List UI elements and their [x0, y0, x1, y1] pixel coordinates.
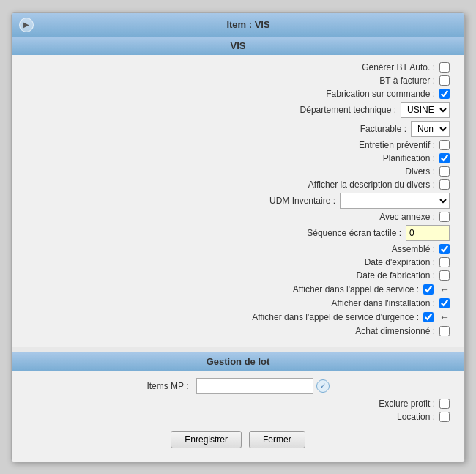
planification-checkbox[interactable] — [439, 153, 450, 163]
fabrication-checkbox[interactable] — [439, 89, 450, 99]
entretien-label: Entretien préventif : — [359, 140, 435, 150]
items-mp-validate-icon[interactable]: ✓ — [316, 379, 330, 393]
arrow-appel-urgence: ← — [439, 311, 450, 323]
gestion-lot-header: Gestion de lot — [12, 352, 464, 371]
items-mp-row: Items MP : ✓ — [26, 378, 450, 394]
afficher-appel-service-control: ← — [423, 284, 450, 295]
divers-label: Divers : — [405, 166, 435, 177]
sequence-ecran-row: Séquence écran tactile : — [26, 225, 450, 241]
divers-row: Divers : — [26, 166, 450, 177]
departement-label: Département technique : — [300, 105, 396, 115]
assemble-label: Assemblé : — [392, 244, 435, 254]
udm-inventaire-label: UDM Inventaire : — [269, 196, 335, 206]
afficher-appel-urgence-label: Afficher dans l'appel de service d'urgen… — [252, 312, 419, 322]
afficher-installation-row: Afficher dans l'installation : — [26, 298, 450, 308]
location-checkbox[interactable] — [439, 412, 450, 422]
enregistrer-button[interactable]: Enregistrer — [171, 431, 242, 448]
generer-bt-auto-checkbox[interactable] — [439, 62, 450, 73]
afficher-installation-checkbox[interactable] — [439, 298, 450, 308]
date-fabrication-row: Date de fabrication : — [26, 270, 450, 281]
divers-control — [439, 166, 450, 177]
achat-dimensionne-label: Achat dimensionné : — [355, 326, 435, 336]
button-row: Enregistrer Fermer — [26, 431, 450, 454]
afficher-appel-urgence-row: Afficher dans l'appel de service d'urgen… — [26, 311, 450, 323]
udm-inventaire-select[interactable] — [340, 193, 450, 209]
afficher-appel-service-label: Afficher dans l'appel de service : — [293, 284, 419, 295]
exclure-profit-row: Exclure profit : — [26, 399, 450, 409]
assemble-row: Assemblé : — [26, 244, 450, 254]
main-window: ▶ Item : VIS VIS Générer BT Auto. : BT à… — [11, 12, 465, 462]
afficher-appel-urgence-control: ← — [423, 311, 450, 323]
fabrication-row: Fabrication sur commande : — [26, 89, 450, 99]
date-fabrication-checkbox[interactable] — [439, 270, 450, 281]
avec-annexe-label: Avec annexe : — [379, 212, 435, 222]
departement-select[interactable]: USINE — [401, 102, 450, 118]
exclure-profit-control — [439, 399, 450, 409]
date-expiration-row: Date d'expiration : — [26, 257, 450, 267]
location-row: Location : — [26, 412, 450, 422]
planification-row: Planification : — [26, 153, 450, 163]
departement-control: USINE — [401, 102, 450, 118]
entretien-control — [439, 140, 450, 150]
departement-row: Département technique : USINE — [26, 102, 450, 118]
sequence-ecran-input[interactable] — [406, 225, 450, 241]
window-title: Item : VIS — [40, 19, 457, 30]
achat-dimensionne-row: Achat dimensionné : — [26, 326, 450, 336]
generer-bt-auto-row: Générer BT Auto. : — [26, 62, 450, 73]
date-expiration-control — [439, 257, 450, 267]
title-bar: ▶ Item : VIS — [12, 13, 464, 37]
arrow-appel-service: ← — [439, 284, 450, 295]
facturable-control: Non Oui — [411, 121, 450, 137]
fabrication-control — [439, 89, 450, 99]
date-fabrication-control — [439, 270, 450, 281]
bt-facturer-label: BT à facturer : — [379, 75, 435, 86]
exclure-profit-checkbox[interactable] — [439, 399, 450, 409]
sequence-ecran-control — [406, 225, 450, 241]
assemble-checkbox[interactable] — [439, 244, 450, 254]
fermer-button[interactable]: Fermer — [249, 431, 305, 448]
entretien-checkbox[interactable] — [439, 140, 450, 150]
bottom-section: Items MP : ✓ Exclure profit : Location :… — [12, 371, 464, 462]
bt-facturer-checkbox[interactable] — [439, 75, 450, 86]
items-mp-label: Items MP : — [146, 381, 188, 391]
avec-annexe-control — [439, 212, 450, 222]
date-expiration-label: Date d'expiration : — [365, 257, 435, 267]
udm-inventaire-control — [340, 193, 450, 209]
items-mp-input[interactable] — [196, 378, 313, 394]
bt-facturer-row: BT à facturer : — [26, 75, 450, 86]
main-form: Générer BT Auto. : BT à facturer : Fabri… — [12, 55, 464, 347]
afficher-installation-label: Afficher dans l'installation : — [332, 298, 435, 308]
window-icon[interactable]: ▶ — [19, 18, 34, 32]
achat-dimensionne-control — [439, 326, 450, 336]
planification-label: Planification : — [383, 153, 435, 163]
location-control — [439, 412, 450, 422]
achat-dimensionne-checkbox[interactable] — [439, 326, 450, 336]
facturable-select[interactable]: Non Oui — [411, 121, 450, 137]
udm-inventaire-row: UDM Inventaire : — [26, 193, 450, 209]
fabrication-label: Fabrication sur commande : — [326, 89, 435, 99]
avec-annexe-row: Avec annexe : — [26, 212, 450, 222]
facturable-label: Facturable : — [360, 124, 406, 134]
avec-annexe-checkbox[interactable] — [439, 212, 450, 222]
exclure-profit-label: Exclure profit : — [379, 399, 435, 409]
generer-bt-auto-control — [439, 62, 450, 73]
bt-facturer-control — [439, 75, 450, 86]
location-label: Location : — [397, 412, 435, 422]
vis-section-title: VIS — [12, 37, 464, 55]
generer-bt-auto-label: Générer BT Auto. : — [362, 62, 435, 73]
entretien-row: Entretien préventif : — [26, 140, 450, 150]
afficher-description-label: Afficher la description du divers : — [308, 179, 435, 190]
afficher-appel-service-checkbox[interactable] — [423, 284, 434, 295]
afficher-installation-control — [439, 298, 450, 308]
assemble-control — [439, 244, 450, 254]
planification-control — [439, 153, 450, 163]
afficher-appel-urgence-checkbox[interactable] — [423, 312, 434, 322]
divers-checkbox[interactable] — [439, 166, 450, 177]
sequence-ecran-label: Séquence écran tactile : — [307, 228, 401, 238]
afficher-appel-service-row: Afficher dans l'appel de service : ← — [26, 284, 450, 295]
afficher-description-row: Afficher la description du divers : — [26, 179, 450, 190]
facturable-row: Facturable : Non Oui — [26, 121, 450, 137]
date-expiration-checkbox[interactable] — [439, 257, 450, 267]
afficher-description-control — [439, 179, 450, 190]
afficher-description-checkbox[interactable] — [439, 179, 450, 190]
